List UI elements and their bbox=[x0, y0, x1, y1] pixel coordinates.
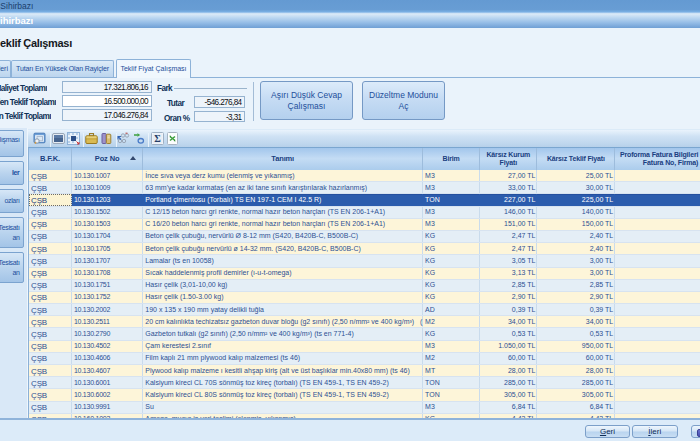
svg-text:Σ: Σ bbox=[154, 133, 161, 144]
